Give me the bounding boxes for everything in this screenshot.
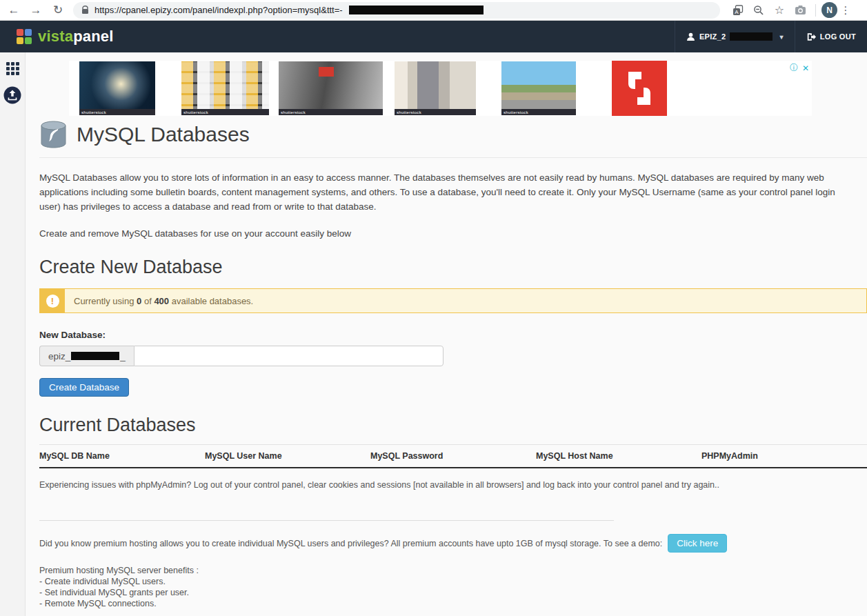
col-user-name: MySQL User Name — [205, 445, 370, 468]
databases-table: MySQL DB Name MySQL User Name MySQL Pass… — [39, 444, 867, 468]
prefix-redaction — [71, 352, 119, 360]
forward-icon[interactable]: → — [26, 1, 46, 19]
shutterstock-watermark: shutterstock — [279, 109, 383, 115]
vistapanel-logo[interactable]: vistapanel — [17, 28, 114, 46]
toolbar-divider — [815, 4, 816, 17]
browser-profile-avatar[interactable]: N — [821, 2, 837, 18]
address-bar[interactable]: https://cpanel.epizy.com/panel/indexpl.p… — [73, 2, 720, 19]
bookmark-star-icon[interactable]: ☆ — [770, 1, 789, 19]
new-database-input-group: epiz__ — [39, 346, 444, 366]
logo-squares-icon — [17, 29, 32, 44]
premium-demo-row: Did you know premium hosting allows you … — [39, 534, 867, 553]
benefits-title: Premium hosting MySQL server benefits : — [39, 565, 867, 576]
account-dropdown[interactable]: EPIZ_2 ▾ — [675, 21, 795, 52]
phpmyadmin-note: Experiencing issues with phpMyAdmin? Log… — [39, 480, 867, 490]
premium-demo-text: Did you know premium hosting allows you … — [39, 539, 662, 548]
shutterstock-logo[interactable] — [612, 61, 667, 116]
camera-extension-icon[interactable] — [790, 1, 810, 19]
table-header-row: MySQL DB Name MySQL User Name MySQL Pass… — [39, 445, 867, 468]
logo-text: vistapanel — [38, 28, 114, 46]
chevron-down-icon: ▾ — [779, 33, 783, 41]
url-redaction — [349, 6, 484, 14]
divider — [39, 520, 614, 521]
ad-thumbnail-city-collage[interactable]: shutterstock — [279, 61, 383, 115]
ad-thumbnail-templates[interactable]: shutterstock — [181, 61, 269, 115]
ad-thumbnail-door[interactable]: shutterstock — [79, 61, 155, 115]
sidebar — [0, 52, 26, 616]
databases-total-count: 400 — [154, 296, 169, 306]
click-here-button[interactable]: Click here — [668, 534, 727, 553]
page-title: MySQL Databases — [77, 123, 250, 146]
translate-icon[interactable]: A — [728, 1, 748, 19]
intro-secondary: Create and remove MySQL databases for us… — [39, 228, 867, 239]
ad-choices: ⓘ ✕ — [790, 62, 809, 74]
ad-thumbnail-elevator[interactable]: shutterstock — [395, 61, 476, 115]
main-content: shutterstock shutterstock shutterstock s… — [26, 52, 867, 616]
logout-button[interactable]: LOG OUT — [795, 21, 867, 52]
usage-alert: ! Currently using 0 of 400 available dat… — [39, 288, 867, 313]
ad-thumbnail-street[interactable]: shutterstock — [501, 61, 576, 115]
benefit-item: - Create individual MySQL users. — [39, 576, 867, 587]
svg-text:A: A — [735, 9, 739, 15]
shutterstock-watermark: shutterstock — [79, 109, 155, 115]
new-database-label: New Database: — [39, 330, 867, 340]
create-database-button[interactable]: Create Database — [39, 378, 129, 397]
url-text: https://cpanel.epizy.com/panel/indexpl.p… — [94, 5, 343, 15]
shutterstock-watermark: shutterstock — [395, 109, 476, 115]
username-label: EPIZ_2 — [699, 32, 726, 41]
premium-benefits: Premium hosting MySQL server benefits : … — [39, 565, 867, 609]
alert-icon-box: ! — [40, 289, 65, 312]
ad-close-icon[interactable]: ✕ — [802, 63, 809, 73]
lock-icon — [81, 6, 89, 14]
ad-banner: shutterstock shutterstock shutterstock s… — [69, 61, 812, 116]
ad-info-icon[interactable]: ⓘ — [790, 62, 798, 74]
current-databases-heading: Current Databases — [39, 415, 867, 436]
databases-used-count: 0 — [137, 296, 141, 306]
database-prefix-addon: epiz__ — [39, 346, 134, 366]
username-redaction — [730, 32, 773, 41]
create-database-heading: Create New Database — [39, 257, 867, 278]
logout-label: LOG OUT — [820, 32, 856, 41]
upload-icon[interactable] — [3, 86, 21, 107]
app-header: vistapanel EPIZ_2 ▾ LOG OUT — [0, 21, 867, 52]
back-icon[interactable]: ← — [4, 1, 23, 19]
warning-icon: ! — [46, 295, 59, 308]
shutterstock-watermark: shutterstock — [181, 109, 269, 115]
browser-toolbar: ← → ↻ https://cpanel.epizy.com/panel/ind… — [0, 0, 867, 21]
benefit-item: - Remote MySQL connections. — [39, 598, 867, 609]
col-host-name: MySQL Host Name — [536, 445, 701, 468]
intro-paragraph: MySQL Databases allow you to store lots … — [39, 170, 857, 214]
collage-red-accent — [319, 67, 334, 77]
logout-icon — [806, 32, 816, 41]
mysql-database-icon — [39, 120, 68, 149]
col-password: MySQL Password — [370, 445, 536, 468]
benefit-item: - Set individual MySQL grants per user. — [39, 587, 867, 598]
apps-grid-icon[interactable] — [6, 62, 19, 75]
col-db-name: MySQL DB Name — [39, 445, 205, 468]
user-icon — [686, 32, 695, 41]
page-header: MySQL Databases — [39, 120, 867, 158]
col-phpmyadmin: PHPMyAdmin — [701, 445, 867, 468]
zoom-out-icon[interactable] — [749, 1, 768, 19]
alert-text: Currently using 0 of 400 available datab… — [65, 289, 253, 312]
browser-menu-icon[interactable]: ⋮ — [839, 4, 853, 17]
reload-icon[interactable]: ↻ — [48, 1, 68, 19]
shutterstock-watermark: shutterstock — [501, 109, 576, 115]
new-database-input[interactable] — [134, 346, 444, 366]
